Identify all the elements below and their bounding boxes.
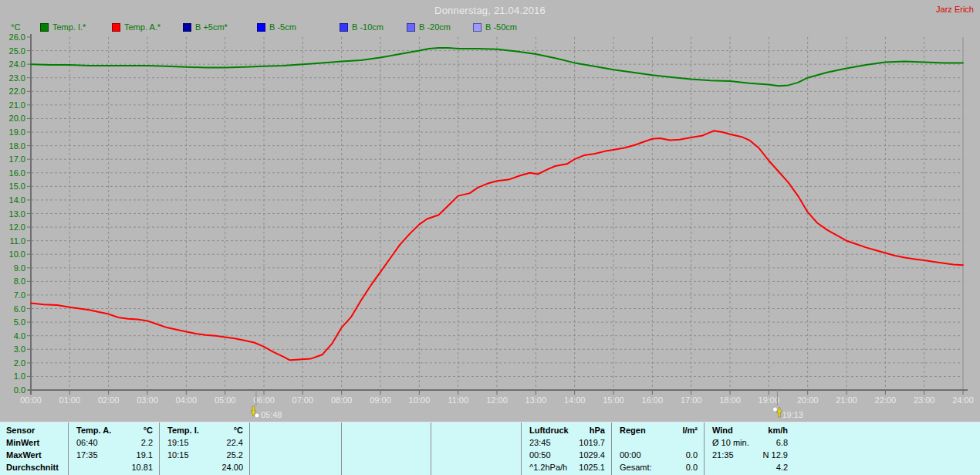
x-tick-label: 01:00 <box>59 395 81 405</box>
cell-label: 00:00 <box>612 449 641 461</box>
x-tick-label: 20:00 <box>797 395 819 405</box>
legend-swatch <box>473 23 482 32</box>
cell-label <box>342 461 350 473</box>
legend-label: Temp. A.* <box>124 22 161 32</box>
table-header-row <box>250 424 341 436</box>
cell-label: Gesamt: <box>612 461 652 473</box>
cell-label <box>705 461 712 473</box>
cell-label: 23:45 <box>522 436 551 449</box>
y-tick-label: 19.0 <box>9 127 25 137</box>
cell-label <box>342 424 350 436</box>
y-tick-label: 12.0 <box>9 222 25 232</box>
stat-col-temp-a-: Temp. A.°C06:402.217:3519.110.81 <box>68 422 159 475</box>
cell-value <box>698 436 704 449</box>
cell-label: Ø 10 min. <box>705 436 749 449</box>
cell-label: 00:50 <box>522 449 551 461</box>
y-tick-label: 9.0 <box>14 263 25 273</box>
x-tick-label: 02:00 <box>98 395 120 405</box>
y-tick-label: 24.0 <box>9 59 25 69</box>
cell-label <box>250 436 258 449</box>
table-row: Durchschnitt <box>0 461 68 473</box>
cell-value <box>335 424 341 436</box>
cell-label <box>431 461 439 473</box>
stat-col-luftdruck: LuftdruckhPa23:451019.700:501029.4^1.2hP… <box>521 422 611 475</box>
y-tick-label: 23.0 <box>9 73 25 83</box>
cell-value: hPa <box>590 424 611 436</box>
x-tick-label: 10:00 <box>409 395 431 405</box>
y-tick-label: 13.0 <box>9 209 25 219</box>
legend-item-b--50cm: B -50cm <box>473 22 517 32</box>
cell-value: °C <box>234 424 249 436</box>
cell-value <box>515 461 521 473</box>
legend-label: B -20cm <box>419 22 451 32</box>
stat-col-empty <box>341 422 431 475</box>
summary-table: SensorMinWertMaxWertDurchschnittTemp. A.… <box>0 422 980 475</box>
y-tick-label: 26.0 <box>9 34 25 42</box>
cell-label: Sensor <box>0 424 35 436</box>
table-row: 00:501029.4 <box>522 449 611 461</box>
x-tick-label: 21:00 <box>836 395 857 405</box>
cell-label <box>431 424 439 436</box>
x-tick-label: 11:00 <box>448 395 468 405</box>
y-tick-label: 15.0 <box>9 182 25 191</box>
x-tick-label: 23:00 <box>914 395 935 405</box>
table-row <box>342 449 431 461</box>
x-tick-label: 22:00 <box>875 395 897 405</box>
table-header-row: Temp. I.°C <box>160 424 249 436</box>
cell-label: Regen <box>612 424 646 436</box>
cell-value <box>515 436 521 449</box>
y-tick-label: 17.0 <box>9 154 25 164</box>
cell-label: 17:35 <box>69 449 98 461</box>
user-name: Jarz Erich <box>936 5 974 14</box>
x-tick-label: 08:00 <box>331 395 353 405</box>
table-row: 10:1525.2 <box>160 449 249 461</box>
table-row: MinWert <box>0 436 68 449</box>
cell-label: Durchschnitt <box>0 461 59 473</box>
table-row <box>250 436 341 449</box>
cell-label <box>69 461 76 473</box>
cell-label: 19:15 <box>160 436 189 449</box>
table-header-row: Regenl/m² <box>612 424 704 436</box>
cell-label <box>342 436 350 449</box>
moon-set-marker: 05:48 <box>251 390 282 419</box>
cell-value: 25.2 <box>227 449 249 461</box>
legend-item-temp-i-: Temp. I.* <box>40 22 112 32</box>
table-row <box>431 436 521 449</box>
cell-value: 10.81 <box>131 461 159 473</box>
x-tick-label: 17:00 <box>681 395 702 405</box>
y-tick-label: 8.0 <box>14 277 25 286</box>
y-tick-label: 6.0 <box>14 304 25 314</box>
header: Donnerstag, 21.04.2016 Jarz Erich <box>0 0 980 20</box>
cell-label: MaxWert <box>0 449 42 461</box>
table-row: ^1.2hPa/h1025.1 <box>522 461 611 473</box>
cell-value: 6.8 <box>776 436 794 449</box>
cell-value <box>335 436 341 449</box>
y-tick-label: 11.0 <box>9 236 25 246</box>
legend-swatch <box>183 23 191 32</box>
legend-label: B -10cm <box>352 22 384 32</box>
table-row: 10.81 <box>69 461 159 473</box>
table-row <box>250 449 341 461</box>
cell-label <box>250 424 258 436</box>
table-row: 17:3519.1 <box>69 449 159 461</box>
y-tick-label: 1.0 <box>14 372 25 381</box>
table-header-row: Windkm/h <box>705 424 794 436</box>
table-row <box>342 461 431 473</box>
legend-label: B +5cm* <box>195 22 228 32</box>
cell-value <box>515 449 521 461</box>
cell-value: km/h <box>768 424 794 436</box>
table-row <box>431 449 521 461</box>
cell-value <box>62 449 68 461</box>
cell-value: 0.0 <box>686 461 704 473</box>
cell-value: N 12.9 <box>763 449 794 461</box>
y-tick-label: 2.0 <box>14 358 25 368</box>
y-tick-label: 7.0 <box>14 290 25 300</box>
table-row: Gesamt:0.0 <box>612 461 704 473</box>
legend-label: Temp. I.* <box>52 22 86 32</box>
y-tick-label: 21.0 <box>9 100 25 110</box>
cell-label <box>250 449 258 461</box>
cell-value <box>335 461 341 473</box>
cell-label: Luftdruck <box>522 424 569 436</box>
x-tick-label: 18:00 <box>719 395 741 405</box>
y-tick-label: 5.0 <box>14 317 25 327</box>
